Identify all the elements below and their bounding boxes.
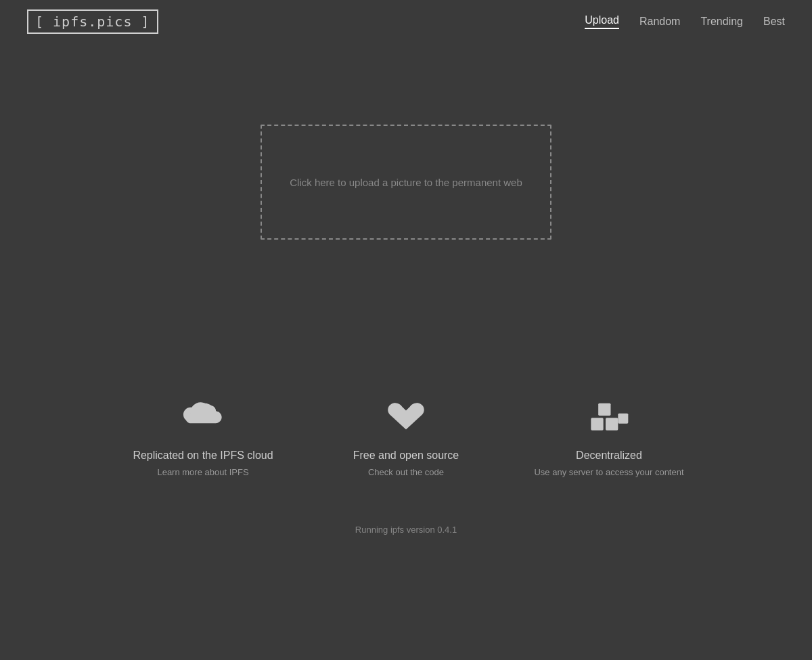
svg-rect-2 xyxy=(598,403,610,416)
feature-replicated-subtitle[interactable]: Learn more about IPFS xyxy=(157,467,248,477)
main-nav: Upload Random Trending Best xyxy=(585,14,785,29)
heart-icon xyxy=(386,395,426,436)
svg-rect-3 xyxy=(618,414,628,424)
upload-dropzone[interactable]: Click here to upload a picture to the pe… xyxy=(261,125,551,240)
nav-random[interactable]: Random xyxy=(639,16,680,28)
nav-best[interactable]: Best xyxy=(763,16,785,28)
logo[interactable]: [ ipfs.pics ] xyxy=(27,9,158,34)
svg-rect-0 xyxy=(591,418,603,430)
feature-replicated: Replicated on the IPFS cloud Learn more … xyxy=(102,389,304,484)
main-content: Click here to upload a picture to the pe… xyxy=(0,43,812,484)
feature-decentralized-subtitle: Use any server to access your content xyxy=(534,467,683,477)
upload-placeholder-text: Click here to upload a picture to the pe… xyxy=(290,177,522,188)
feature-opensource: Free and open source Check out the code xyxy=(304,389,508,484)
svg-rect-1 xyxy=(606,418,618,430)
site-header: [ ipfs.pics ] Upload Random Trending Bes… xyxy=(0,0,812,43)
cloud-icon xyxy=(183,395,223,436)
feature-decentralized-title: Decentralized xyxy=(576,449,642,462)
version-text: Running ipfs version 0.4.1 xyxy=(355,525,457,535)
nav-upload[interactable]: Upload xyxy=(585,14,619,29)
nav-trending[interactable]: Trending xyxy=(700,16,743,28)
feature-opensource-subtitle[interactable]: Check out the code xyxy=(368,467,444,477)
features-section: Replicated on the IPFS cloud Learn more … xyxy=(0,389,812,484)
feature-opensource-title: Free and open source xyxy=(353,449,459,462)
site-footer: Running ipfs version 0.4.1 xyxy=(0,484,812,548)
feature-decentralized: Decentralized Use any server to access y… xyxy=(508,389,710,484)
blocks-icon xyxy=(589,395,629,436)
feature-replicated-title: Replicated on the IPFS cloud xyxy=(133,449,273,462)
